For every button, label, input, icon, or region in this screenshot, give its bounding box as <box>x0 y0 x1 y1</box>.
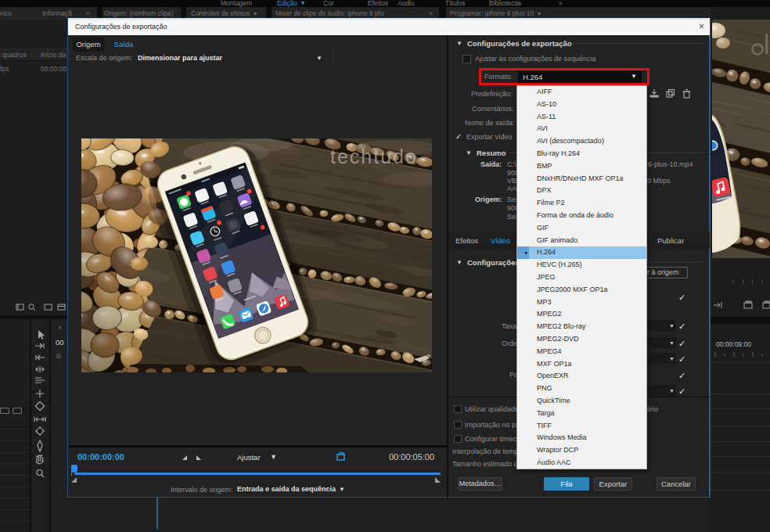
svg-text:techtudo: techtudo <box>330 146 418 167</box>
